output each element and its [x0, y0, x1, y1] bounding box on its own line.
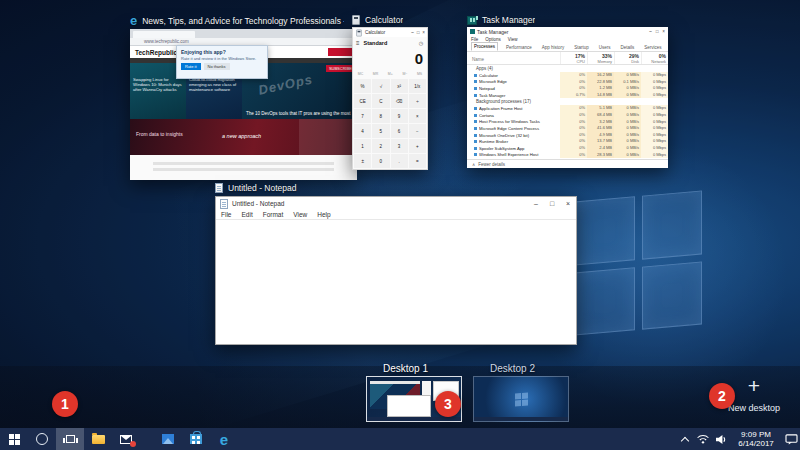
calc-key[interactable]: 7	[354, 109, 371, 123]
no-thanks-button[interactable]: No thanks	[204, 63, 230, 70]
start-button[interactable]	[0, 428, 28, 450]
task-view-button[interactable]	[56, 428, 84, 450]
name-column-header[interactable]: Name	[472, 57, 484, 62]
edge-window-thumbnail[interactable]: www.techrepublic.com TechRepublic Swappi…	[130, 29, 357, 180]
minimize-icon[interactable]: –	[649, 29, 652, 34]
close-icon[interactable]: ×	[560, 197, 576, 210]
edge-taskbar-button[interactable]: e	[210, 428, 238, 450]
calc-key[interactable]: ±	[354, 154, 371, 168]
tab[interactable]: App history	[540, 44, 567, 51]
notepad-text-area[interactable]	[216, 220, 576, 345]
rate-it-button[interactable]: Rate it	[181, 63, 201, 70]
menu-item[interactable]: Format	[258, 211, 289, 218]
maximize-icon[interactable]: □	[544, 197, 560, 210]
process-row[interactable]: Host Process for Windows Tasks 0% 3.2 MB…	[467, 119, 668, 126]
desktop-2-thumbnail[interactable]	[473, 376, 569, 422]
calc-key[interactable]: ⌫	[391, 94, 408, 108]
calc-key[interactable]: 8	[372, 109, 389, 123]
process-row[interactable]: Cortana 0% 68.4 MB 0 MB/s 0 Mbps	[467, 112, 668, 119]
calc-key[interactable]: −	[409, 124, 426, 138]
system-tray: 9:09 PM 6/14/2017	[676, 428, 800, 450]
calc-key[interactable]: C	[372, 94, 389, 108]
process-row[interactable]: Runtime Broker 0% 13.7 MB 0 MB/s 0 Mbps	[467, 138, 668, 145]
calc-key[interactable]: 4	[354, 124, 371, 138]
memory-key[interactable]: MC	[358, 72, 363, 76]
calc-key[interactable]: %	[354, 79, 371, 93]
minimize-icon[interactable]: –	[528, 197, 544, 210]
process-row[interactable]: Spooler SubSystem App 0% 2.4 MB 0 MB/s 0…	[467, 145, 668, 152]
tab[interactable]: Performance	[504, 44, 534, 51]
calc-key[interactable]: CE	[354, 94, 371, 108]
photos-button[interactable]	[154, 428, 182, 450]
calc-key[interactable]: .	[391, 154, 408, 168]
close-icon[interactable]: ×	[662, 29, 665, 34]
usage-column-header[interactable]: 29%Disk	[614, 52, 641, 64]
usage-column-header[interactable]: 0%Network	[641, 52, 668, 64]
group-header-background[interactable]: Background processes (17)	[467, 98, 668, 105]
calc-key[interactable]: 1	[354, 139, 371, 153]
calc-key[interactable]: x²	[391, 79, 408, 93]
mail-button[interactable]	[112, 428, 140, 450]
cortana-button[interactable]	[28, 428, 56, 450]
process-row[interactable]: Calculator 0% 16.2 MB 0 MB/s 0 Mbps	[467, 72, 668, 79]
process-row[interactable]: Microsoft Edge 0% 22.8 MB 0.1 MB/s 0 Mbp…	[467, 79, 668, 86]
calculator-window-thumbnail[interactable]: Calculator – □ × ≡ Standard ◷ 0 MCMRM+M−…	[352, 27, 428, 170]
calc-key[interactable]: ×	[409, 109, 426, 123]
close-icon[interactable]: ×	[422, 30, 425, 35]
menu-item[interactable]: View	[508, 37, 518, 42]
notepad-window-thumbnail[interactable]: Untitled - Notepad – □ × FileEditFormatV…	[215, 196, 577, 345]
memory-key[interactable]: M−	[402, 72, 407, 76]
file-explorer-button[interactable]	[84, 428, 112, 450]
hamburger-menu-icon[interactable]: ≡	[356, 40, 360, 46]
process-row[interactable]: Microsoft Edge Content Process 0% 41.6 M…	[467, 125, 668, 132]
calc-key[interactable]: =	[409, 154, 426, 168]
menu-item[interactable]: File	[216, 211, 236, 218]
process-row[interactable]: Notepad 0% 1.2 MB 0 MB/s 0 Mbps	[467, 85, 668, 92]
calc-key[interactable]: 9	[391, 109, 408, 123]
menu-item[interactable]: Help	[312, 211, 335, 218]
calculator-mode-label: Standard	[364, 40, 388, 46]
process-row[interactable]: Windows Shell Experience Host 0% 28.3 MB…	[467, 152, 668, 159]
history-icon[interactable]: ◷	[419, 40, 423, 46]
memory-key[interactable]: MR	[373, 72, 378, 76]
task-manager-window-thumbnail[interactable]: Task Manager – □ × FileOptionsView Proce…	[467, 27, 668, 168]
calc-key[interactable]: 3	[391, 139, 408, 153]
group-header-apps[interactable]: Apps (4)	[467, 65, 668, 72]
menu-item[interactable]: View	[288, 211, 312, 218]
process-row[interactable]: Application Frame Host 0% 5.1 MB 0 MB/s …	[467, 105, 668, 112]
maximize-icon[interactable]: □	[417, 30, 420, 35]
tray-overflow-button[interactable]	[676, 428, 694, 450]
action-center-button[interactable]	[782, 428, 800, 450]
new-desktop-plus-icon[interactable]: +	[744, 375, 764, 397]
minimize-icon[interactable]: –	[411, 30, 414, 35]
memory-key[interactable]: MS	[417, 72, 422, 76]
calc-key[interactable]: √	[372, 79, 389, 93]
taskbar-clock[interactable]: 9:09 PM 6/14/2017	[730, 430, 782, 449]
tab[interactable]: Services	[642, 44, 663, 51]
process-row[interactable]: Microsoft OneDrive (32 bit) 0% 4.9 MB 0 …	[467, 132, 668, 139]
process-row[interactable]: Task Manager 0.7% 14.8 MB 0 MB/s 0 Mbps	[467, 92, 668, 99]
network-button[interactable]	[694, 428, 712, 450]
store-button[interactable]	[182, 428, 210, 450]
calc-key[interactable]: 5	[372, 124, 389, 138]
tab[interactable]: Details	[619, 44, 637, 51]
calc-key[interactable]: 1/x	[409, 79, 426, 93]
calc-key[interactable]: +	[409, 139, 426, 153]
tab[interactable]: Startup	[572, 44, 591, 51]
maximize-icon[interactable]: □	[656, 29, 659, 34]
fewer-details-bar[interactable]: ∧ Fewer details	[467, 159, 668, 168]
calc-key[interactable]: 0	[372, 154, 389, 168]
calc-key[interactable]: 6	[391, 124, 408, 138]
mini-taskbar	[474, 417, 568, 421]
calc-key[interactable]: 2	[372, 139, 389, 153]
tab[interactable]: Users	[597, 44, 613, 51]
task-manager-window-title: Task Manager	[482, 15, 535, 25]
calc-memory-row: MCMRM+M−MS	[353, 70, 427, 78]
usage-column-header[interactable]: 33%Memory	[587, 52, 614, 64]
menu-item[interactable]: Edit	[236, 211, 257, 218]
volume-button[interactable]	[712, 428, 730, 450]
calc-key[interactable]: ÷	[409, 94, 426, 108]
tab[interactable]: Processes	[471, 42, 498, 51]
usage-column-header[interactable]: 17%CPU	[560, 52, 587, 64]
memory-key[interactable]: M+	[388, 72, 393, 76]
